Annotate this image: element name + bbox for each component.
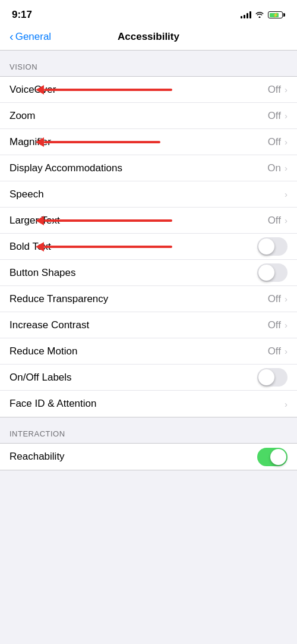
row-label-magnifier: Magnifier bbox=[10, 136, 51, 148]
chevron-icon-larger-text: › bbox=[285, 215, 287, 225]
row-label-reduce-transparency: Reduce Transparency bbox=[10, 293, 108, 305]
row-right-zoom: Off› bbox=[268, 110, 287, 122]
toggle-thumb-reachability bbox=[270, 449, 286, 465]
row-right-reduce-motion: Off› bbox=[268, 345, 287, 357]
toggle-button-shapes[interactable] bbox=[257, 263, 287, 282]
row-label-reachability: Reachability bbox=[10, 451, 65, 463]
settings-row-bold-text[interactable]: Bold Text bbox=[0, 234, 297, 260]
nav-bar: ‹ General Accessibility bbox=[0, 26, 297, 51]
row-left-onoff-labels: On/Off Labels bbox=[10, 372, 257, 384]
page-title: Accessibility bbox=[118, 31, 179, 43]
row-left-bold-text: Bold Text bbox=[10, 241, 257, 253]
chevron-icon-increase-contrast: › bbox=[285, 320, 287, 330]
toggle-thumb-button-shapes bbox=[258, 265, 274, 281]
row-left-face-id: Face ID & Attention bbox=[10, 398, 285, 410]
row-right-magnifier: Off› bbox=[268, 136, 287, 148]
toggle-bold-text[interactable] bbox=[257, 237, 287, 256]
row-right-display-accommodations: On› bbox=[267, 162, 287, 174]
row-right-increase-contrast: Off› bbox=[268, 319, 287, 331]
row-value-zoom: Off bbox=[268, 110, 281, 122]
status-time: 9:17 bbox=[12, 9, 32, 21]
toggle-reachability[interactable] bbox=[257, 448, 287, 466]
settings-row-onoff-labels[interactable]: On/Off Labels bbox=[0, 365, 297, 391]
row-label-onoff-labels: On/Off Labels bbox=[10, 372, 72, 384]
row-label-increase-contrast: Increase Contrast bbox=[10, 319, 89, 331]
row-left-increase-contrast: Increase Contrast bbox=[10, 319, 268, 331]
row-label-display-accommodations: Display Accommodations bbox=[10, 162, 122, 174]
settings-row-larger-text[interactable]: Larger TextOff› bbox=[0, 208, 297, 234]
chevron-icon-speech: › bbox=[285, 189, 287, 199]
row-left-speech: Speech bbox=[10, 189, 285, 200]
chevron-icon-magnifier: › bbox=[285, 137, 287, 147]
row-left-magnifier: Magnifier bbox=[10, 136, 268, 148]
chevron-icon-voiceover: › bbox=[285, 84, 287, 95]
row-left-larger-text: Larger Text bbox=[10, 215, 268, 227]
settings-row-display-accommodations[interactable]: Display AccommodationsOn› bbox=[0, 155, 297, 181]
toggle-thumb-bold-text bbox=[258, 238, 274, 255]
back-label: General bbox=[15, 31, 51, 43]
row-right-speech: › bbox=[285, 189, 287, 199]
back-chevron-icon: ‹ bbox=[10, 30, 14, 43]
row-label-voiceover: VoiceOver bbox=[10, 84, 56, 96]
settings-group-vision: VoiceOverOff›ZoomOff›MagnifierOff›Displa… bbox=[0, 76, 297, 417]
settings-row-magnifier[interactable]: MagnifierOff› bbox=[0, 129, 297, 155]
row-label-speech: Speech bbox=[10, 189, 44, 200]
row-left-reduce-motion: Reduce Motion bbox=[10, 345, 268, 357]
row-value-reduce-motion: Off bbox=[268, 345, 281, 357]
back-button[interactable]: ‹ General bbox=[10, 30, 51, 43]
row-label-reduce-motion: Reduce Motion bbox=[10, 345, 77, 357]
row-right-reduce-transparency: Off› bbox=[268, 293, 287, 305]
toggle-thumb-onoff-labels bbox=[258, 369, 274, 385]
row-label-larger-text: Larger Text bbox=[10, 215, 60, 227]
settings-group-interaction: Reachability bbox=[0, 443, 297, 470]
settings-row-increase-contrast[interactable]: Increase ContrastOff› bbox=[0, 312, 297, 338]
row-right-voiceover: Off› bbox=[268, 84, 287, 96]
row-value-reduce-transparency: Off bbox=[268, 293, 281, 305]
settings-row-zoom[interactable]: ZoomOff› bbox=[0, 103, 297, 129]
row-left-zoom: Zoom bbox=[10, 110, 268, 122]
signal-icon bbox=[241, 11, 251, 18]
status-bar: 9:17 ⚡ bbox=[0, 0, 297, 26]
row-right-onoff-labels bbox=[257, 368, 287, 387]
wifi-icon bbox=[255, 11, 264, 20]
row-left-reachability: Reachability bbox=[10, 451, 257, 463]
settings-content: VISIONVoiceOverOff›ZoomOff›MagnifierOff›… bbox=[0, 51, 297, 470]
row-right-larger-text: Off› bbox=[268, 215, 287, 227]
settings-row-face-id[interactable]: Face ID & Attention› bbox=[0, 391, 297, 417]
toggle-onoff-labels[interactable] bbox=[257, 368, 287, 387]
settings-row-reachability[interactable]: Reachability bbox=[0, 444, 297, 470]
row-left-button-shapes: Button Shapes bbox=[10, 267, 257, 279]
chevron-icon-face-id: › bbox=[285, 399, 287, 409]
status-icons: ⚡ bbox=[241, 11, 285, 20]
row-right-reachability bbox=[257, 448, 287, 466]
settings-row-button-shapes[interactable]: Button Shapes bbox=[0, 260, 297, 286]
chevron-icon-display-accommodations: › bbox=[285, 163, 287, 173]
section-header-interaction: INTERACTION bbox=[0, 417, 297, 443]
row-right-button-shapes bbox=[257, 263, 287, 282]
section-header-vision: VISION bbox=[0, 51, 297, 76]
row-right-bold-text bbox=[257, 237, 287, 256]
battery-icon: ⚡ bbox=[268, 11, 285, 18]
chevron-icon-zoom: › bbox=[285, 111, 287, 121]
row-value-larger-text: Off bbox=[268, 215, 281, 227]
row-value-magnifier: Off bbox=[268, 136, 281, 148]
row-left-reduce-transparency: Reduce Transparency bbox=[10, 293, 268, 305]
settings-row-reduce-motion[interactable]: Reduce MotionOff› bbox=[0, 338, 297, 365]
settings-row-reduce-transparency[interactable]: Reduce TransparencyOff› bbox=[0, 286, 297, 312]
row-right-face-id: › bbox=[285, 399, 287, 409]
row-label-zoom: Zoom bbox=[10, 110, 35, 122]
row-left-voiceover: VoiceOver bbox=[10, 84, 268, 96]
row-left-display-accommodations: Display Accommodations bbox=[10, 162, 267, 174]
row-label-bold-text: Bold Text bbox=[10, 241, 51, 253]
settings-row-voiceover[interactable]: VoiceOverOff› bbox=[0, 77, 297, 103]
chevron-icon-reduce-motion: › bbox=[285, 346, 287, 356]
row-label-face-id: Face ID & Attention bbox=[10, 398, 96, 410]
chevron-icon-reduce-transparency: › bbox=[285, 294, 287, 304]
row-label-button-shapes: Button Shapes bbox=[10, 267, 76, 279]
row-value-display-accommodations: On bbox=[267, 162, 281, 174]
settings-row-speech[interactable]: Speech› bbox=[0, 181, 297, 208]
row-value-increase-contrast: Off bbox=[268, 319, 281, 331]
row-value-voiceover: Off bbox=[268, 84, 281, 96]
